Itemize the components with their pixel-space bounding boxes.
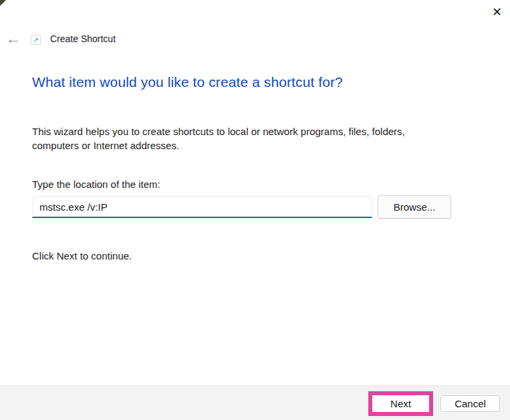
back-button[interactable]: ← [3,29,23,48]
shortcut-overlay-icon: ↗ [31,35,41,45]
location-input[interactable] [32,196,372,218]
screen-corner-artifact [0,0,6,6]
location-label: Type the location of the item: [32,179,160,190]
footer-bar [0,385,510,420]
next-hint-text: Click Next to continue. [32,250,132,261]
back-arrow-icon: ← [6,31,21,46]
close-button[interactable]: ✕ [486,1,508,23]
browse-button[interactable]: Browse... [378,195,451,219]
next-button[interactable]: Next [372,395,429,412]
cancel-button[interactable]: Cancel [440,395,500,412]
annotation-highlight-box: Next [368,391,433,416]
wizard-description: This wizard helps you to create shortcut… [32,124,448,152]
window-title: Create Shortcut [50,33,116,44]
wizard-heading: What item would you like to create a sho… [32,74,343,90]
close-icon: ✕ [492,6,502,18]
